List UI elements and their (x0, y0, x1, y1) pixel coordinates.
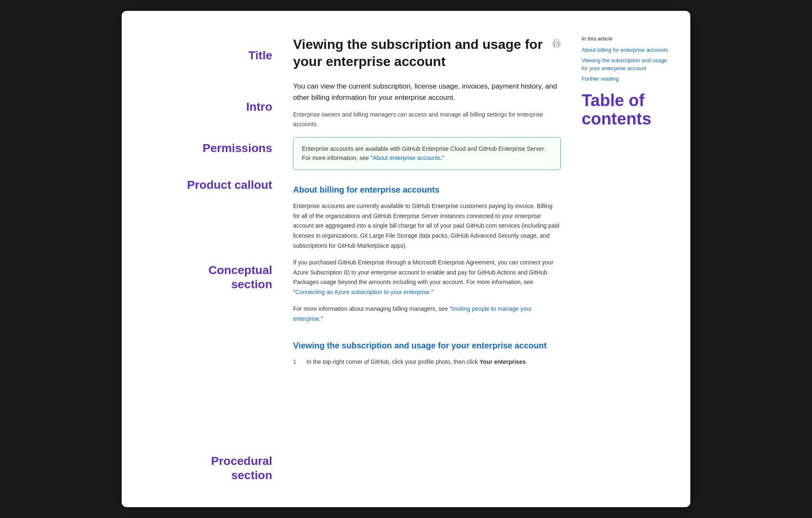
conceptual-p2: If you purchased GitHub Enterprise throu… (293, 258, 561, 297)
step-1-bold: Your enterprises (480, 358, 526, 365)
toc-link-3[interactable]: Further reading (582, 76, 619, 82)
steps-list: 1 In the top-right corner of GitHub, cli… (293, 357, 561, 367)
azure-subscription-link[interactable]: Connecting an Azure subscription to your… (295, 289, 429, 295)
toc-container: In this article About billing for enterp… (582, 36, 674, 128)
annotation-procedural: Proceduralsection (138, 454, 272, 482)
toc-item-2: Viewing the subscription and usage for y… (582, 56, 674, 72)
toc-link-1[interactable]: About billing for enterprise accounts (582, 47, 668, 53)
toc-in-article-label: In this article (582, 36, 674, 42)
product-callout: Enterprise accounts are available with G… (293, 137, 561, 170)
intro-text: You can view the current subscription, l… (293, 81, 561, 103)
annotations-column: Title Intro Permissions Product callout … (138, 36, 281, 482)
annotation-title: Title (138, 48, 272, 63)
toc-link-2[interactable]: Viewing the subscription and usage for y… (582, 57, 667, 71)
procedural-heading[interactable]: Viewing the subscription and usage for y… (293, 341, 561, 350)
toc-item-1: About billing for enterprise accounts (582, 46, 674, 54)
main-window: Title Intro Permissions Product callout … (122, 11, 690, 508)
annotation-permissions: Permissions (138, 141, 272, 155)
conceptual-p3: For more information about managing bill… (293, 304, 561, 324)
annotation-intro: Intro (138, 100, 272, 114)
conceptual-section: About billing for enterprise accounts En… (293, 185, 561, 324)
procedural-section: Viewing the subscription and usage for y… (293, 341, 561, 367)
step-1-text: In the top-right corner of GitHub, click… (306, 357, 527, 367)
article-header: Viewing the subscription and usage for y… (293, 36, 561, 71)
step-1: 1 In the top-right corner of GitHub, cli… (293, 357, 561, 367)
print-icon[interactable] (552, 39, 561, 48)
product-callout-link[interactable]: About enterprise accounts (373, 155, 441, 161)
conceptual-p1: Enterprise accounts are currently availa… (293, 201, 561, 251)
svg-rect-0 (554, 44, 559, 47)
right-sidebar: In this article About billing for enterp… (573, 36, 674, 482)
article-content: Viewing the subscription and usage for y… (281, 36, 573, 482)
conceptual-heading[interactable]: About billing for enterprise accounts (293, 185, 561, 195)
toc-item-3: Further reading (582, 75, 674, 83)
toc-links: About billing for enterprise accounts Vi… (582, 46, 674, 83)
inviting-people-link[interactable]: Inviting people to manage your enterpris… (293, 305, 532, 322)
article-title: Viewing the subscription and usage for y… (293, 36, 546, 71)
toc-heading-line1: Table of (582, 91, 644, 109)
step-1-number: 1 (293, 357, 301, 367)
permissions-text: Enterprise owners and billing managers c… (293, 110, 561, 129)
toc-heading-large: Table of contents (582, 91, 674, 128)
toc-heading-line2: contents (582, 109, 651, 128)
annotation-product-callout: Product callout (138, 178, 272, 192)
annotation-conceptual: Conceptualsection (138, 263, 272, 291)
